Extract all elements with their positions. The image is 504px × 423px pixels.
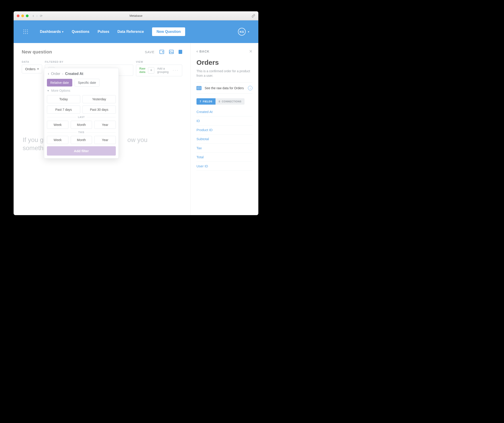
svg-rect-13 bbox=[179, 50, 182, 54]
option-this-month[interactable]: Month bbox=[71, 136, 92, 144]
tab-fields[interactable]: 7 FIELDS bbox=[197, 98, 216, 105]
view-label: VIEW bbox=[136, 60, 182, 63]
reload-icon[interactable]: ⟳ bbox=[40, 14, 43, 18]
body: New question SAVE DATA Orders ▾ FILTERED… bbox=[14, 43, 258, 215]
back-icon[interactable]: ‹ bbox=[33, 13, 34, 18]
data-section: DATA Orders ▾ bbox=[22, 60, 42, 76]
maximize-dot[interactable] bbox=[26, 14, 29, 17]
titlebar: ‹ › ⟳ Metabase bbox=[14, 11, 258, 20]
quick-row-1: Today Yesterday bbox=[47, 95, 116, 103]
data-value: Orders bbox=[25, 67, 36, 71]
chevron-down-icon: ▾ bbox=[47, 89, 49, 92]
meta-tabs: 7 FIELDS 0 CONNECTIONS bbox=[197, 98, 252, 105]
logo-icon[interactable] bbox=[23, 29, 29, 35]
close-dot[interactable] bbox=[17, 14, 19, 17]
breadcrumb-back[interactable]: Order bbox=[51, 72, 60, 76]
side-panel: ‹ BACK ✕ Orders This is a confirmed orde… bbox=[190, 43, 258, 215]
svg-point-6 bbox=[24, 33, 24, 34]
data-label: DATA bbox=[22, 60, 42, 63]
forward-icon: › bbox=[36, 13, 38, 18]
save-button[interactable]: SAVE bbox=[145, 50, 155, 54]
field-item[interactable]: Subtotal bbox=[197, 135, 252, 144]
field-item[interactable]: Created At bbox=[197, 107, 252, 116]
date-tabs: Relative date Specific date bbox=[47, 79, 116, 87]
option-past-7[interactable]: Past 7 days bbox=[47, 106, 80, 114]
sep-this-label: THIS bbox=[78, 131, 84, 134]
nav-pulses[interactable]: Pulses bbox=[98, 30, 109, 34]
back-button[interactable]: ‹ BACK bbox=[197, 49, 252, 54]
link-icon[interactable] bbox=[252, 14, 255, 18]
field-list: Created At ID Product ID Subtotal Tax To… bbox=[197, 107, 252, 171]
raw-data-label: Rawdata bbox=[139, 67, 145, 74]
separator-last: LAST bbox=[47, 116, 116, 118]
book-icon[interactable] bbox=[179, 50, 182, 54]
toolbar: SAVE bbox=[145, 50, 182, 54]
nav-data-reference[interactable]: Data Reference bbox=[117, 30, 144, 34]
option-last-week[interactable]: Week bbox=[47, 121, 68, 129]
svg-point-7 bbox=[25, 33, 26, 34]
close-icon[interactable]: ✕ bbox=[249, 49, 252, 54]
new-question-button[interactable]: New Question bbox=[152, 27, 185, 36]
chevron-left-icon[interactable]: ‹ bbox=[48, 71, 49, 76]
data-picker[interactable]: Orders ▾ bbox=[22, 65, 42, 73]
raw-link-label: See the raw data for Orders bbox=[205, 86, 244, 90]
nav-dashboards-label: Dashboards bbox=[40, 30, 61, 34]
chevron-down-icon: ▾ bbox=[62, 30, 63, 33]
arrow-right-icon: › bbox=[248, 86, 252, 90]
side-title: Orders bbox=[197, 59, 252, 66]
option-last-year[interactable]: Year bbox=[94, 121, 116, 129]
side-description: This is a confirmed order for a product … bbox=[197, 69, 252, 78]
option-last-month[interactable]: Month bbox=[71, 121, 92, 129]
more-options-toggle[interactable]: ▾ More Options bbox=[47, 89, 116, 92]
field-item[interactable]: User ID bbox=[197, 162, 252, 171]
filter-breadcrumb: ‹ Order - Created At bbox=[47, 71, 116, 76]
app-window: ‹ › ⟳ Metabase Dashboards▾ Questions Pul… bbox=[14, 11, 258, 215]
field-item[interactable]: Total bbox=[197, 153, 252, 162]
window-controls bbox=[17, 14, 29, 17]
view-picker[interactable]: Rawdata + Add agrouping ∙∙∙ bbox=[136, 65, 182, 76]
option-today[interactable]: Today bbox=[47, 95, 80, 103]
browser-nav: ‹ › ⟳ bbox=[33, 13, 43, 18]
chevron-down-icon: ▾ bbox=[248, 30, 249, 33]
svg-point-3 bbox=[24, 31, 24, 32]
tab-connections[interactable]: 0 CONNECTIONS bbox=[216, 98, 245, 105]
svg-point-0 bbox=[24, 30, 24, 30]
filter-label: FILTERED BY bbox=[45, 60, 133, 63]
field-item[interactable]: Product ID bbox=[197, 125, 252, 135]
svg-point-8 bbox=[27, 33, 28, 34]
option-past-30[interactable]: Past 30 days bbox=[83, 106, 116, 114]
view-section: VIEW Rawdata + Add agrouping ∙∙∙ bbox=[136, 60, 182, 76]
avatar: KG bbox=[238, 28, 246, 35]
nav-items: Dashboards▾ Questions Pulses Data Refere… bbox=[40, 27, 185, 36]
minimize-dot[interactable] bbox=[21, 14, 24, 17]
option-this-year[interactable]: Year bbox=[94, 136, 116, 144]
user-menu[interactable]: KG ▾ bbox=[238, 28, 249, 35]
window-title: Metabase bbox=[129, 14, 142, 18]
svg-point-5 bbox=[27, 31, 28, 32]
option-yesterday[interactable]: Yesterday bbox=[83, 95, 116, 103]
field-item[interactable]: Tax bbox=[197, 144, 252, 153]
svg-point-4 bbox=[25, 31, 26, 32]
raw-data-link[interactable]: See the raw data for Orders › bbox=[197, 82, 252, 94]
add-filter-button[interactable]: Add filter bbox=[47, 146, 116, 156]
separator-this: THIS bbox=[47, 131, 116, 134]
nav-questions[interactable]: Questions bbox=[72, 30, 89, 34]
top-nav: Dashboards▾ Questions Pulses Data Refere… bbox=[14, 20, 258, 43]
main-area: New question SAVE DATA Orders ▾ FILTERED… bbox=[14, 43, 190, 215]
svg-point-1 bbox=[25, 30, 26, 30]
breadcrumb-current: Created At bbox=[65, 72, 83, 76]
filter-popup: ‹ Order - Created At Relative date Speci… bbox=[44, 68, 119, 159]
tab-relative-date[interactable]: Relative date bbox=[47, 79, 72, 87]
more-icon[interactable]: ∙∙∙ bbox=[171, 68, 179, 73]
more-options-label: More Options bbox=[51, 89, 70, 92]
tab-specific-date[interactable]: Specific date bbox=[75, 79, 100, 87]
add-to-dashboard-icon[interactable] bbox=[160, 50, 164, 54]
chevron-down-icon: ▾ bbox=[37, 67, 39, 70]
nav-dashboards[interactable]: Dashboards▾ bbox=[40, 30, 63, 34]
option-this-week[interactable]: Week bbox=[47, 136, 68, 144]
svg-point-2 bbox=[27, 30, 28, 30]
field-item[interactable]: ID bbox=[197, 116, 252, 125]
back-label: BACK bbox=[199, 50, 209, 53]
chevron-left-icon: ‹ bbox=[197, 49, 198, 54]
image-icon[interactable] bbox=[169, 50, 174, 54]
